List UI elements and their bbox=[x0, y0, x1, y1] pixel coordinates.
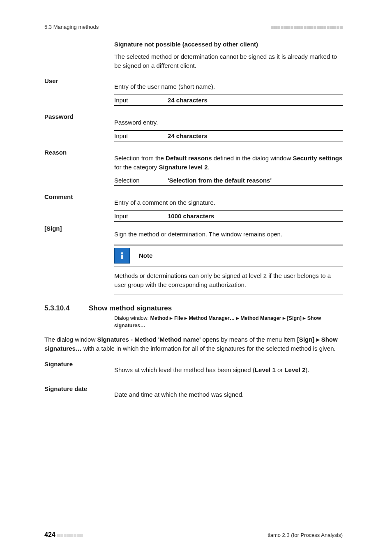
reason-desc-bold1: Default reasons bbox=[166, 155, 212, 162]
chapter-p1-bold1: Signatures - Method 'Method name' bbox=[97, 336, 201, 343]
signature-desc-mid: or bbox=[276, 366, 285, 373]
password-row-value: 24 characters bbox=[168, 132, 343, 139]
reason-desc-mid: defined in the dialog window bbox=[212, 155, 293, 162]
user-row-value: 24 characters bbox=[168, 97, 343, 104]
signature-desc: Shows at which level the method has been… bbox=[114, 365, 343, 375]
reason-desc-bold2: Security settings bbox=[293, 155, 342, 162]
signature-desc-pre: Shows at which level the method has been… bbox=[114, 366, 255, 373]
user-row-label: Input bbox=[114, 97, 168, 104]
field-signature: Signature Shows at which level the metho… bbox=[44, 360, 343, 378]
field-password: Password Password entry. Input 24 charac… bbox=[44, 112, 343, 141]
field-label-signature-date: Signature date bbox=[44, 384, 114, 392]
password-table-row: Input 24 characters bbox=[114, 130, 343, 141]
user-desc: Entry of the user name (short name). bbox=[114, 82, 343, 91]
chapter-p1-pre: The dialog window bbox=[44, 336, 97, 343]
chapter-num: 5.3.10.4 bbox=[44, 304, 89, 312]
reason-desc-mid2: for the category bbox=[114, 164, 159, 171]
field-comment: Comment Entry of a comment on the signat… bbox=[44, 192, 343, 222]
note-head: Note bbox=[114, 245, 343, 266]
footer-product: tiamo 2.3 (for Process Analysis) bbox=[267, 532, 343, 538]
page: 5.3 Managing methods Signature not possi… bbox=[0, 0, 392, 555]
chapter-title: Show method signatures bbox=[89, 304, 172, 312]
svg-rect-1 bbox=[121, 254, 123, 259]
password-row-label: Input bbox=[114, 132, 168, 139]
intro-heading: Signature not possible (accessed by othe… bbox=[114, 40, 343, 49]
note-body: Methods or determinations can only be si… bbox=[114, 266, 343, 295]
reason-desc: Selection from the Default reasons defin… bbox=[114, 154, 343, 172]
field-user: User Entry of the user name (short name)… bbox=[44, 76, 343, 106]
header-dots bbox=[270, 24, 343, 30]
field-label-user: User bbox=[44, 76, 114, 84]
chapter-path-pre: Dialog window: bbox=[114, 315, 150, 321]
user-table-row: Input 24 characters bbox=[114, 95, 343, 106]
reason-desc-pre: Selection from the bbox=[114, 155, 166, 162]
chapter-heading: 5.3.10.4 Show method signatures bbox=[44, 304, 343, 312]
reason-table-row: Selection 'Selection from the default re… bbox=[114, 175, 343, 186]
comment-row-label: Input bbox=[114, 213, 168, 220]
info-icon bbox=[114, 248, 130, 264]
reason-row-label: Selection bbox=[114, 177, 168, 184]
comment-desc: Entry of a comment on the signature. bbox=[114, 198, 343, 207]
field-label-signature: Signature bbox=[44, 360, 114, 368]
signature-desc-bold2: Level 2 bbox=[284, 366, 305, 373]
comment-row-value: 1000 characters bbox=[168, 213, 343, 220]
field-label-sign: [Sign] bbox=[44, 224, 114, 232]
footer-left: 424 bbox=[44, 531, 83, 539]
field-sign: [Sign] Sign the method or determination.… bbox=[44, 224, 343, 294]
page-footer: 424 tiamo 2.3 (for Process Analysis) bbox=[44, 531, 343, 539]
signature-date-desc: Date and time at which the method was si… bbox=[114, 390, 343, 399]
chapter-p1-end: with a table in which the information fo… bbox=[82, 345, 336, 352]
reason-row-value: 'Selection from the default reasons' bbox=[168, 177, 343, 184]
chapter-p1: The dialog window Signatures - Method 'M… bbox=[44, 335, 343, 353]
comment-table-row: Input 1000 characters bbox=[114, 210, 343, 222]
running-head: 5.3 Managing methods bbox=[44, 24, 343, 30]
field-label-reason: Reason bbox=[44, 148, 114, 156]
reason-desc-bold3: Signature level 2 bbox=[159, 164, 208, 171]
field-reason: Reason Selection from the Default reason… bbox=[44, 148, 343, 186]
field-label-password: Password bbox=[44, 112, 114, 120]
svg-point-0 bbox=[121, 252, 123, 254]
sign-desc: Sign the method or determination. The wi… bbox=[114, 230, 343, 239]
note-title: Note bbox=[139, 252, 152, 259]
field-signature-date: Signature date Date and time at which th… bbox=[44, 384, 343, 402]
reason-desc-end: . bbox=[208, 164, 210, 171]
signature-desc-end: ). bbox=[305, 366, 309, 373]
intro-text: The selected method or determination can… bbox=[114, 52, 343, 70]
password-desc: Password entry. bbox=[114, 118, 343, 127]
note-box: Note Methods or determinations can only … bbox=[114, 245, 343, 295]
intro-block: Signature not possible (accessed by othe… bbox=[114, 40, 343, 70]
footer-dots bbox=[57, 532, 83, 538]
chapter-path: Dialog window: Method ▸ File ▸ Method Ma… bbox=[114, 315, 343, 329]
signature-desc-bold1: Level 1 bbox=[255, 366, 276, 373]
page-number: 424 bbox=[44, 531, 55, 538]
chapter-p1-mid: opens by means of the menu item bbox=[201, 336, 297, 343]
field-label-comment: Comment bbox=[44, 192, 114, 200]
running-head-left: 5.3 Managing methods bbox=[44, 24, 99, 30]
